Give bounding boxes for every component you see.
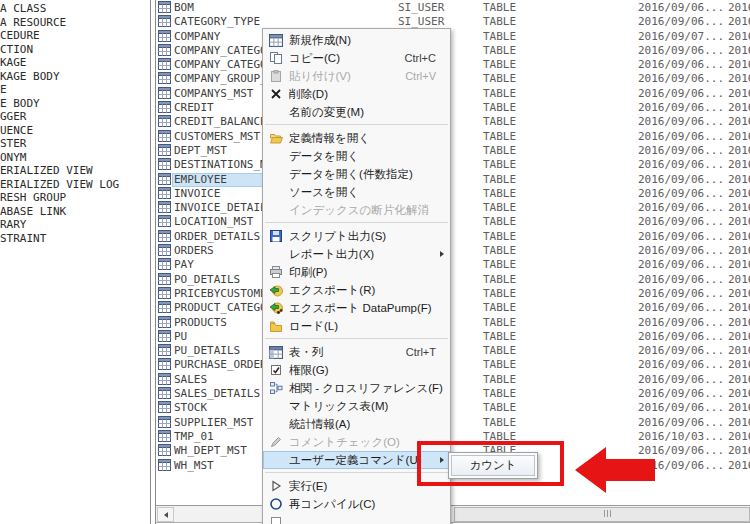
table-row[interactable]: ORDERSTABLE2016/09/06...2016 <box>156 244 750 258</box>
table-row[interactable]: INVOICE_DETAILTABLE2016/09/06...2016 <box>156 201 750 215</box>
table-row[interactable]: PRODUCTSTABLE2016/09/06...2016 <box>156 316 750 330</box>
table-row[interactable]: COMPANYS_MSTTABLE2016/09/06...2016 <box>156 87 750 101</box>
tree-item[interactable]: CEDURE <box>0 29 149 43</box>
created-date-cell: 2016 <box>728 401 750 415</box>
tree-item[interactable]: STER <box>0 137 149 151</box>
user-command-submenu: カウント <box>448 452 538 479</box>
context-menu-item[interactable]: 実行(E) <box>263 477 450 495</box>
run-icon <box>263 479 289 493</box>
table-row[interactable]: TMP_01TABLE2016/10/03...2016 <box>156 430 750 444</box>
context-menu-item[interactable]: レポート出力(X) <box>263 245 450 263</box>
crossref-icon <box>263 381 289 395</box>
table-row[interactable]: PRICEBYCUSTOMETABLE2016/09/06...2016 <box>156 287 750 301</box>
created-date-cell: 2016 <box>728 416 750 430</box>
table-row[interactable]: STOCKTABLE2016/09/06...2016 <box>156 401 750 415</box>
table-row[interactable]: PAYTABLE2016/09/06...2016 <box>156 258 750 272</box>
tree-item[interactable]: KAGE <box>0 56 149 70</box>
tree-item[interactable]: ERIALIZED VIEW LOG <box>0 178 149 192</box>
context-menu-item[interactable]: 表・列Ctrl+T <box>263 343 450 361</box>
table-row[interactable]: LOCATION_MSTTABLE2016/09/06...2016 <box>156 215 750 229</box>
tree-item[interactable]: CTION <box>0 43 149 57</box>
context-menu-item[interactable]: エクスポート(R) <box>263 281 450 299</box>
tree-item[interactable]: RESH GROUP <box>0 191 149 205</box>
created-date-cell: 2016 <box>728 173 750 187</box>
context-menu-item[interactable]: データを開く(件数指定) <box>263 165 450 183</box>
table-row[interactable]: COMPANYTABLE2016/09/07...2016 <box>156 30 750 44</box>
table-row[interactable]: SUPPLIER_MSTTABLE2016/09/06...2016 <box>156 416 750 430</box>
tree-item[interactable]: A CLASS <box>0 2 149 16</box>
panel-splitter[interactable] <box>150 0 151 524</box>
type-cell: TABLE <box>483 230 516 244</box>
table-row[interactable]: BOMSI_USERTABLE2016/09/06...2016 <box>156 1 750 15</box>
table-row[interactable]: EMPLOYEETABLE2016/09/06...2016 <box>156 173 750 187</box>
context-menu-item[interactable]: マトリックス表(M) <box>263 397 450 415</box>
context-menu-item[interactable]: ソースを開く <box>263 183 450 201</box>
tree-item[interactable]: A RESOURCE <box>0 16 149 30</box>
table-name-cell: PRODUCTS <box>174 316 227 330</box>
table-row[interactable]: PU_DETAILSTABLE2016/09/06...2016 <box>156 344 750 358</box>
tree-item[interactable]: ERIALIZED VIEW <box>0 164 149 178</box>
tree-item[interactable]: GGER <box>0 110 149 124</box>
horizontal-scrollbar[interactable] <box>156 505 750 523</box>
context-menu-item[interactable]: データを開く <box>263 147 450 165</box>
table-row[interactable]: CUSTOMERS_MSTTABLE2016/09/06...2016 <box>156 130 750 144</box>
table-row[interactable]: COMPANY_GROUP_TABLE2016/09/06...2016 <box>156 72 750 86</box>
context-menu-item[interactable]: 権限(G) <box>263 361 450 379</box>
context-menu-item[interactable]: 印刷(P) <box>263 263 450 281</box>
context-menu-item[interactable]: 削除(D) <box>263 85 450 103</box>
table-row[interactable]: ORDER_DETAILSTABLE2016/09/06...2016 <box>156 230 750 244</box>
table-row[interactable]: SALES_DETAILSTABLE2016/09/06...2016 <box>156 387 750 401</box>
table-row[interactable]: SALESTABLE2016/09/06...2016 <box>156 373 750 387</box>
context-menu-item[interactable]: 統計情報(A) <box>263 415 450 433</box>
context-menu-item[interactable]: 名前の変更(M) <box>263 103 450 121</box>
table-name-cell: SALES <box>174 373 207 387</box>
submenu-item-count[interactable]: カウント <box>451 455 535 476</box>
modified-date-cell: 2016/09/06... <box>638 58 724 72</box>
context-menu-item[interactable]: 相関 - クロスリファレンス(F) <box>263 379 450 397</box>
tree-item[interactable]: UENCE <box>0 124 149 138</box>
context-menu-item[interactable]: エクスポート DataPump(F) <box>263 299 450 317</box>
tree-item[interactable]: KAGE BODY <box>0 70 149 84</box>
table-row[interactable]: PO_DETAILSTABLE2016/09/06...2016 <box>156 273 750 287</box>
table-icon <box>158 416 171 430</box>
table-row[interactable]: PUTABLE2016/09/06...2016 <box>156 330 750 344</box>
table-row[interactable]: PURCHASE_ORDERTABLE2016/09/06...2016 <box>156 358 750 372</box>
created-date-cell: 2016 <box>728 430 750 444</box>
context-menu-item[interactable]: 定義情報を開く <box>263 129 450 147</box>
tree-item[interactable]: ONYM <box>0 151 149 165</box>
modified-date-cell: 2016/09/06... <box>638 416 724 430</box>
table-icon <box>158 344 171 358</box>
context-menu-item[interactable]: スクリプト出力(S) <box>263 227 450 245</box>
menu-item-label: 統計情報(A) <box>289 417 450 432</box>
tree-item[interactable]: E <box>0 83 149 97</box>
scroll-left-button[interactable] <box>157 507 174 522</box>
context-menu-item[interactable]: ロード(L) <box>263 317 450 335</box>
created-date-cell: 2016 <box>728 201 750 215</box>
table-row[interactable]: CREDIT_BALANCETABLE2016/09/06...2016 <box>156 115 750 129</box>
scrollbar-thumb[interactable] <box>454 507 750 522</box>
table-row[interactable]: DEPT_MSTTABLE2016/09/06...2016 <box>156 144 750 158</box>
context-menu-item[interactable] <box>263 513 450 524</box>
table-icon <box>158 173 171 187</box>
context-menu-item[interactable]: ユーザー定義コマンド(U) <box>263 451 450 469</box>
table-name-cell: PRICEBYCUSTOME <box>174 287 267 301</box>
tree-item[interactable]: RARY <box>0 218 149 232</box>
tree-item[interactable]: ABASE LINK <box>0 205 149 219</box>
table-row[interactable]: CREDITTABLE2016/09/06...2016 <box>156 101 750 115</box>
tree-item[interactable]: STRAINT <box>0 232 149 246</box>
table-row[interactable]: COMPANY_CATEGOTABLE2016/09/06...2016 <box>156 58 750 72</box>
table-row[interactable]: COMPANY_CATEGOTABLE2016/09/06...2016 <box>156 44 750 58</box>
table-name-cell: ORDERS <box>174 244 214 258</box>
table-row[interactable]: DESTINATIONS_MTABLE2016/09/06...2016 <box>156 158 750 172</box>
type-cell: TABLE <box>483 273 516 287</box>
table-row[interactable]: PRODUCT_CATEGOTABLE2016/09/06...2016 <box>156 301 750 315</box>
context-menu-item[interactable]: 新規作成(N) <box>263 31 450 49</box>
table-icon <box>158 144 171 158</box>
context-menu-item[interactable]: 再コンパイル(C) <box>263 495 450 513</box>
table-row[interactable]: INVOICETABLE2016/09/06...2016 <box>156 187 750 201</box>
context-menu-item[interactable]: コピー(C)Ctrl+C <box>263 49 450 67</box>
tree-item[interactable]: E BODY <box>0 97 149 111</box>
table-row[interactable]: CATEGORY_TYPESI_USERTABLE2016/09/06...20… <box>156 15 750 29</box>
open-folder-icon <box>263 131 289 145</box>
menu-separator <box>263 219 450 227</box>
